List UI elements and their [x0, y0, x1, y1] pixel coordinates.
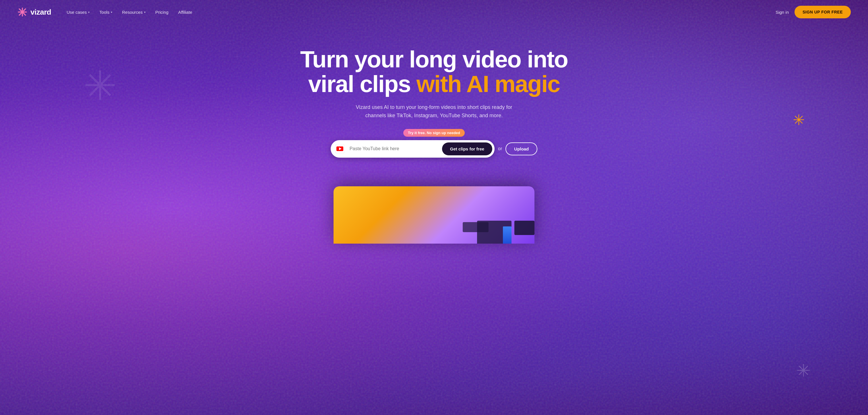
- decorative-blue-strip: [503, 227, 512, 244]
- input-row: Get clips for free or Upload: [331, 140, 537, 158]
- bottom-preview: [0, 186, 868, 244]
- chevron-down-icon: ▾: [144, 11, 146, 14]
- nav-link-affiliate[interactable]: Affiliate: [174, 7, 196, 17]
- nav-link-pricing[interactable]: Pricing: [151, 7, 173, 17]
- chevron-down-icon: ▾: [88, 11, 90, 14]
- logo[interactable]: vizard: [17, 7, 51, 17]
- logo-text: vizard: [30, 8, 51, 16]
- hero-section: Turn your long video into viral clips wi…: [0, 24, 868, 175]
- or-text: or: [498, 146, 502, 151]
- nav-link-use-cases[interactable]: Use cases ▾: [63, 7, 94, 17]
- get-clips-button[interactable]: Get clips for free: [442, 142, 492, 155]
- nav-links: Use cases ▾ Tools ▾ Resources ▾ Pricing …: [63, 7, 196, 17]
- cta-area: Try it free. No sign up needed Get clips…: [6, 129, 862, 158]
- svg-point-0: [22, 11, 23, 13]
- chevron-down-icon: ▾: [111, 11, 112, 14]
- signin-link[interactable]: Sign in: [776, 10, 789, 14]
- nav-link-tools[interactable]: Tools ▾: [95, 7, 116, 17]
- logo-icon: [17, 7, 28, 17]
- signup-button[interactable]: SIGN UP FOR FREE: [795, 6, 851, 18]
- try-badge: Try it free. No sign up needed: [403, 129, 465, 137]
- hero-subtitle: Vizard uses AI to turn your long-form vi…: [353, 103, 515, 120]
- hero-title-highlight: with AI magic: [416, 71, 560, 97]
- nav-link-resources[interactable]: Resources ▾: [118, 7, 150, 17]
- laptop-preview-screen: [334, 186, 534, 244]
- youtube-input-wrapper: Get clips for free: [331, 140, 495, 158]
- youtube-icon: [335, 144, 344, 153]
- decorative-asterisk-bottom-right: ✳: [796, 360, 811, 381]
- nav-left: vizard Use cases ▾ Tools ▾ Resources ▾ P…: [17, 7, 196, 17]
- hero-title-line1: Turn your long video into: [300, 46, 568, 72]
- youtube-url-input[interactable]: [347, 145, 439, 152]
- hero-title-line2: viral clips: [308, 71, 416, 97]
- navigation: vizard Use cases ▾ Tools ▾ Resources ▾ P…: [0, 0, 868, 24]
- decorative-block-2: [515, 221, 534, 235]
- nav-right: Sign in SIGN UP FOR FREE: [776, 6, 851, 18]
- upload-button[interactable]: Upload: [505, 142, 537, 155]
- hero-title: Turn your long video into viral clips wi…: [6, 47, 862, 96]
